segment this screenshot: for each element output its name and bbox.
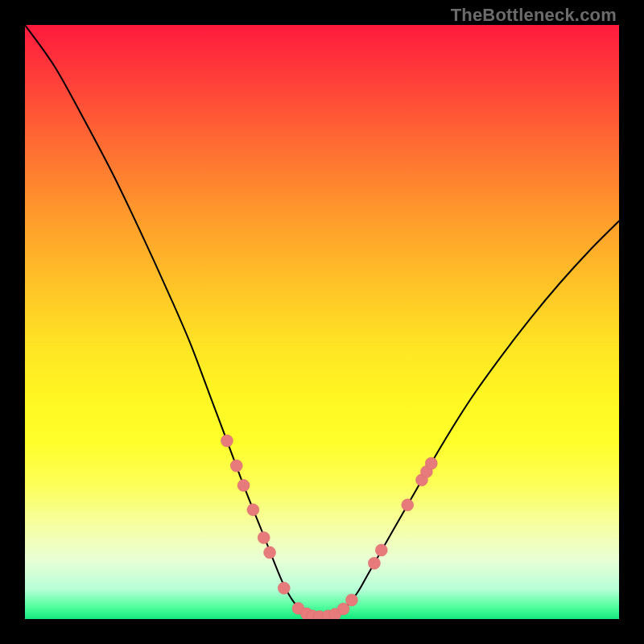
- data-marker: [247, 504, 259, 516]
- data-marker: [375, 544, 387, 556]
- data-marker: [237, 479, 250, 491]
- data-marker: [368, 557, 380, 569]
- data-marker: [402, 499, 414, 511]
- data-marker: [258, 531, 270, 543]
- branding-watermark: TheBottleneck.com: [451, 5, 617, 26]
- bottleneck-curve: [25, 25, 619, 617]
- data-marker: [221, 435, 233, 447]
- chart-frame: TheBottleneck.com: [0, 0, 644, 644]
- chart-svg: [25, 25, 619, 619]
- data-markers: [221, 435, 437, 619]
- chart-plot-area: [25, 25, 619, 619]
- data-marker: [345, 594, 357, 606]
- data-marker: [425, 457, 437, 469]
- data-marker: [278, 582, 290, 594]
- data-marker: [264, 547, 276, 559]
- data-marker: [230, 460, 242, 472]
